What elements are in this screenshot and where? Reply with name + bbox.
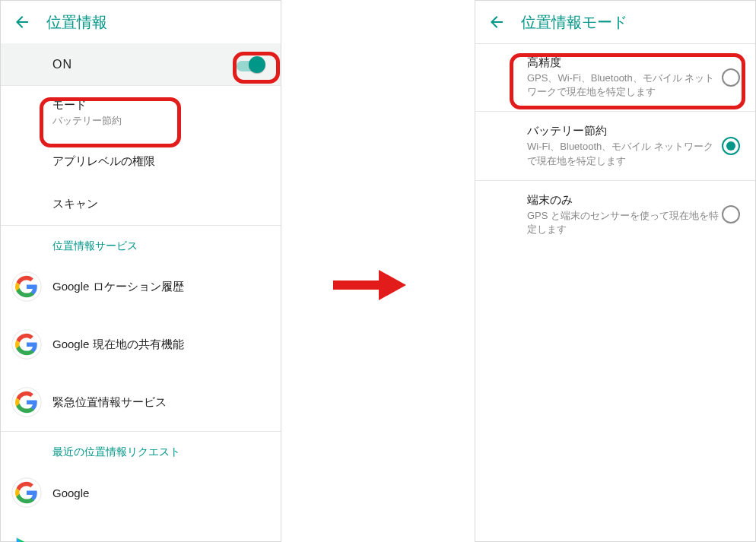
toolbar: 位置情報 [1,1,281,43]
page-title: 位置情報 [46,12,107,33]
recent-item[interactable]: Google [1,464,281,521]
mode-option-desc: GPS、Wi-Fi、Bluetooth、モバイル ネットワークで現在地を特定しま… [527,71,722,99]
toolbar: 位置情報モード [475,1,755,43]
location-master-toggle-row[interactable]: ON [1,43,281,86]
arrow-right-icon [333,270,406,300]
service-icon [10,270,43,303]
page-title: 位置情報モード [521,12,627,33]
radio-button[interactable] [722,137,740,155]
item-mode[interactable]: モード バッテリー節約 [1,86,281,140]
mode-option-desc: GPS と端末のセンサーを使って現在地を特定します [527,209,722,236]
switch-thumb [249,56,265,73]
phone-location-mode: 位置情報モード 高精度GPS、Wi-Fi、Bluetooth、モバイル ネットワ… [475,0,756,542]
recent-item[interactable]: Google Play開発者サービス [1,521,281,542]
section-recent-requests: 最近の位置情報リクエスト [1,432,281,464]
play-services-icon [11,535,42,542]
item-mode-title: モード [52,98,265,113]
service-icon [10,328,43,361]
service-label: 緊急位置情報サービス [52,395,265,410]
mode-option-title: 端末のみ [527,193,722,208]
google-icon [11,329,42,360]
radio-button[interactable] [722,205,740,223]
arrow-back-icon [13,13,31,31]
service-item[interactable]: 緊急位置情報サービス [1,373,281,431]
toggle-label: ON [52,58,235,71]
back-button[interactable] [7,7,37,37]
google-icon [11,387,42,417]
back-button[interactable] [481,7,512,37]
item-mode-subtitle: バッテリー節約 [52,114,265,128]
service-icon [10,385,43,419]
phone-location-settings: 位置情報 ON モード バッテリー節約 アプリレベルの権限 スキャン 位置情報サ… [0,0,281,542]
recent-label: Google [52,487,265,499]
item-scan-title: スキャン [52,197,265,211]
mode-option[interactable]: 高精度GPS、Wi-Fi、Bluetooth、モバイル ネットワークで現在地を特… [475,43,755,111]
radio-button[interactable] [722,68,740,87]
item-app-permissions[interactable]: アプリレベルの権限 [1,140,281,182]
mode-option-title: 高精度 [527,55,722,70]
mode-option-title: バッテリー節約 [527,124,722,138]
recent-icon [10,476,43,509]
service-item[interactable]: Google 現在地の共有機能 [1,315,281,373]
arrow-back-icon [488,13,506,31]
google-icon [11,271,42,302]
service-label: Google ロケーション履歴 [52,280,265,294]
mode-option[interactable]: バッテリー節約Wi-Fi、Bluetooth、モバイル ネットワークで現在地を特… [475,112,755,179]
google-icon [11,477,42,508]
toggle-switch[interactable] [235,56,265,73]
service-label: Google 現在地の共有機能 [52,338,265,352]
mode-option[interactable]: 端末のみGPS と端末のセンサーを使って現在地を特定します [475,181,755,249]
mode-option-desc: Wi-Fi、Bluetooth、モバイル ネットワークで現在地を特定します [527,140,722,167]
recent-icon [10,534,43,542]
section-location-services: 位置情報サービス [1,226,281,258]
item-scan[interactable]: スキャン [1,182,281,225]
item-app-permissions-title: アプリレベルの権限 [52,154,265,169]
service-item[interactable]: Google ロケーション履歴 [1,258,281,315]
